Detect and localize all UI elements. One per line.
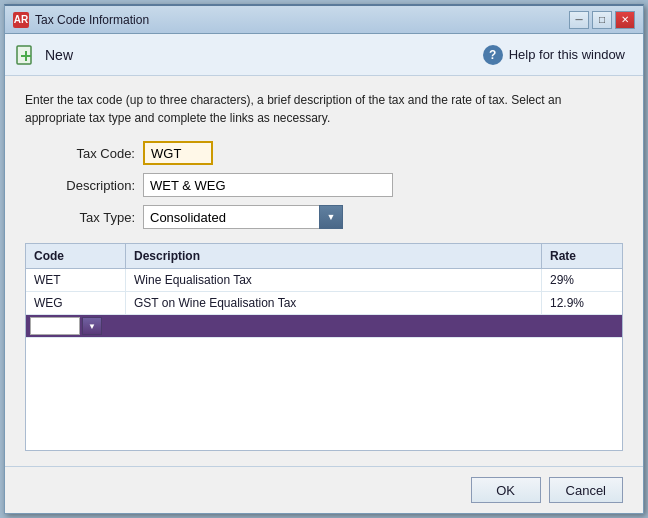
cancel-button[interactable]: Cancel <box>549 477 623 503</box>
window-title: Tax Code Information <box>35 13 569 27</box>
new-icon <box>15 44 37 66</box>
tax-type-input[interactable] <box>143 205 343 229</box>
tax-type-container <box>143 205 343 229</box>
app-icon: AR <box>13 12 29 28</box>
maximize-button[interactable]: □ <box>592 11 612 29</box>
row2-code: WEG <box>26 292 126 314</box>
row1-description: Wine Equalisation Tax <box>126 269 542 291</box>
tax-type-row: Tax Type: <box>45 205 623 229</box>
tax-type-label: Tax Type: <box>45 210 135 225</box>
table-body: WET Wine Equalisation Tax 29% WEG GST on… <box>26 269 622 450</box>
footer: OK Cancel <box>5 466 643 513</box>
new-row-desc-cell <box>126 315 542 337</box>
tax-code-row: Tax Code: <box>45 141 623 165</box>
help-icon: ? <box>483 45 503 65</box>
tax-table: Code Description Rate WET Wine Equalisat… <box>25 243 623 451</box>
table-row[interactable]: WEG GST on Wine Equalisation Tax 12.9% <box>26 292 622 315</box>
row2-rate: 12.9% <box>542 292 622 314</box>
form-area: Tax Code: Description: Tax Type: <box>25 141 623 229</box>
description-row: Description: <box>45 173 623 197</box>
toolbar-left: New <box>15 44 73 66</box>
tax-code-label: Tax Code: <box>45 146 135 161</box>
col-description-header: Description <box>126 244 542 268</box>
main-window: AR Tax Code Information ─ □ ✕ New ? Help… <box>4 4 644 514</box>
title-bar: AR Tax Code Information ─ □ ✕ <box>5 6 643 34</box>
new-row-code-cell: ▼ <box>26 315 126 337</box>
table-row[interactable]: WET Wine Equalisation Tax 29% <box>26 269 622 292</box>
description-input[interactable] <box>143 173 393 197</box>
new-code-input[interactable] <box>30 317 80 335</box>
tax-code-input[interactable] <box>143 141 213 165</box>
toolbar: New ? Help for this window <box>5 34 643 76</box>
tax-type-dropdown-button[interactable] <box>319 205 343 229</box>
description-label: Description: <box>45 178 135 193</box>
window-controls: ─ □ ✕ <box>569 11 635 29</box>
row1-rate: 29% <box>542 269 622 291</box>
minimize-button[interactable]: ─ <box>569 11 589 29</box>
row1-code: WET <box>26 269 126 291</box>
new-button-label[interactable]: New <box>45 47 73 63</box>
instruction-text: Enter the tax code (up to three characte… <box>25 91 623 127</box>
table-header: Code Description Rate <box>26 244 622 269</box>
new-row-rate-cell <box>542 315 622 337</box>
col-rate-header: Rate <box>542 244 622 268</box>
new-code-dropdown[interactable]: ▼ <box>82 317 102 335</box>
ok-button[interactable]: OK <box>471 477 541 503</box>
help-button[interactable]: ? Help for this window <box>475 41 633 69</box>
new-entry-row[interactable]: ▼ <box>26 315 622 338</box>
content-area: Enter the tax code (up to three characte… <box>5 76 643 466</box>
help-label: Help for this window <box>509 47 625 62</box>
row2-description: GST on Wine Equalisation Tax <box>126 292 542 314</box>
close-button[interactable]: ✕ <box>615 11 635 29</box>
col-code-header: Code <box>26 244 126 268</box>
